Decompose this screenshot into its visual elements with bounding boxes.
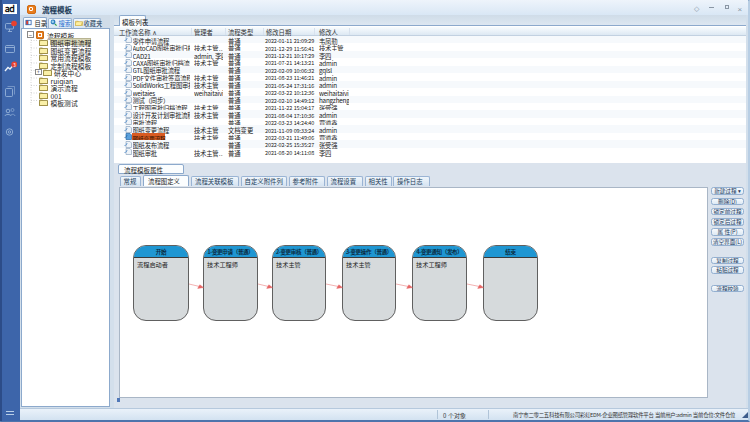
svg-text:3: 3 xyxy=(13,61,16,68)
